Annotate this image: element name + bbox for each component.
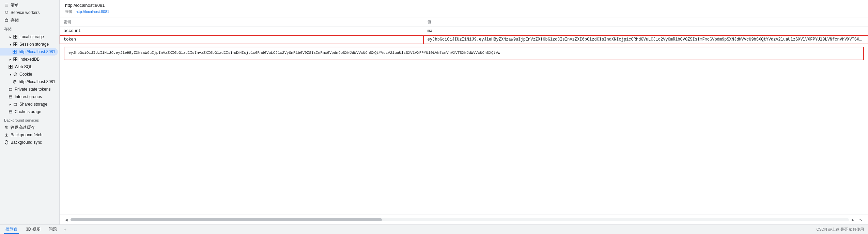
svg-rect-16 xyxy=(16,45,17,46)
grid-icon-session xyxy=(13,42,18,47)
svg-rect-22 xyxy=(16,58,17,59)
svg-rect-18 xyxy=(15,50,17,52)
sidebar-item-label: Interest groups xyxy=(15,94,42,99)
scrollbar-thumb xyxy=(71,218,382,221)
tab-3d-view[interactable]: 3D 视图 xyxy=(25,225,42,234)
svg-rect-21 xyxy=(14,58,15,59)
cache-icon xyxy=(8,109,13,114)
sidebar-item-label: Shared storage xyxy=(19,102,47,107)
sidebar-item-label: IndexedDB xyxy=(19,57,40,62)
content-source: 来源 http://localhost:8081 xyxy=(65,9,863,14)
sidebar-item-label: Web SQL xyxy=(15,64,32,69)
svg-rect-13 xyxy=(14,43,15,44)
sidebar-item-label: Session storage xyxy=(19,42,49,47)
svg-rect-41 xyxy=(9,111,12,113)
svg-rect-27 xyxy=(9,67,11,69)
svg-rect-39 xyxy=(14,103,17,106)
sidebar-item-background-fetch[interactable]: Background fetch xyxy=(0,131,58,139)
svg-rect-28 xyxy=(11,67,13,69)
tree-arrow-indexeddb[interactable] xyxy=(8,57,12,61)
key-cell: account xyxy=(60,27,423,35)
source-url-link[interactable]: http://localhost:8081 xyxy=(76,10,109,14)
table-header-row: 密钥 值 xyxy=(60,17,868,27)
tab-issues[interactable]: 问题 xyxy=(47,225,58,234)
sidebar-item-label: Private state tokens xyxy=(15,87,50,92)
scroll-right-button[interactable]: ▶ xyxy=(850,217,856,222)
sidebar-item-background-sync[interactable]: Background sync xyxy=(0,139,58,146)
expand-icon[interactable]: ⤡ xyxy=(857,216,864,223)
bottom-bar: 控制台 3D 视图 问题 + CSDN @上述 是否 如何使用 xyxy=(0,224,868,234)
sidebar-item-label: Local storage xyxy=(19,34,44,39)
interest-icon xyxy=(8,94,13,99)
svg-rect-15 xyxy=(14,45,15,46)
sidebar-item-label: 清单 xyxy=(11,2,19,8)
table-row[interactable]: token eyJhbGciOiJIUzI1NiJ9.eyJleHByZXNza… xyxy=(60,35,868,44)
sidebar-item-cache-storage[interactable]: Cache storage xyxy=(0,108,58,115)
content-area: http://localhost:8081 来源 http://localhos… xyxy=(60,0,868,224)
source-label: 来源 xyxy=(65,10,73,14)
sidebar-item-service-workers[interactable]: Service workers xyxy=(0,9,58,16)
bottom-right-text: CSDN @上述 是否 如何使用 xyxy=(816,227,864,232)
sidebar-item-session-host[interactable]: http://localhost:8081 xyxy=(0,48,58,56)
scroll-left-button[interactable]: ◀ xyxy=(64,217,69,222)
cookie-icon xyxy=(13,72,18,77)
svg-rect-23 xyxy=(14,60,15,61)
sidebar-item-indexeddb[interactable]: IndexedDB xyxy=(0,56,58,63)
content-header: http://localhost:8081 来源 http://localhos… xyxy=(60,0,868,17)
sidebar-item-cookie-host[interactable]: http://localhost:8081 xyxy=(0,78,58,85)
svg-rect-25 xyxy=(9,65,11,67)
svg-rect-20 xyxy=(15,52,17,54)
grid-icon-indexed xyxy=(13,57,18,62)
tree-arrow-cookie[interactable] xyxy=(8,72,12,76)
sidebar-item-interest-groups[interactable]: Interest groups xyxy=(0,93,58,100)
sidebar-item-label: Cache storage xyxy=(15,109,41,114)
svg-rect-10 xyxy=(16,35,17,37)
tree-arrow-session-storage[interactable] xyxy=(8,42,12,46)
sidebar-item-websql[interactable]: Web SQL xyxy=(0,63,58,71)
add-tab-button[interactable]: + xyxy=(64,227,66,232)
storage-section-label: 存储 xyxy=(0,24,59,33)
sidebar-item-shared-storage[interactable]: Shared storage xyxy=(0,100,58,108)
col-value-header: 值 xyxy=(423,17,868,27)
sidebar-item-session-storage[interactable]: Session storage xyxy=(0,41,58,48)
sidebar-item-label: Service workers xyxy=(11,10,40,15)
table-row[interactable]: account ma xyxy=(60,27,868,35)
svg-rect-35 xyxy=(9,88,12,91)
tab-console[interactable]: 控制台 xyxy=(4,225,19,234)
content-body: 密钥 值 account ma token eyJhbGciOiJIUzI1Ni… xyxy=(60,17,868,215)
token-detail-box: eyJhbGciOiJIUzI1NiJ9.eyJleHByZXNzaW9uIjp… xyxy=(64,47,864,60)
sidebar-item-cunchu[interactable]: 存储 xyxy=(0,16,58,24)
sidebar-item-private-state[interactable]: Private state tokens xyxy=(0,85,58,93)
svg-point-3 xyxy=(6,12,7,13)
tree-arrow-local-storage[interactable] xyxy=(8,35,12,39)
scrollbar-track[interactable] xyxy=(71,218,849,221)
sidebar-item-back-forward-cache[interactable]: 往返高速缓存 xyxy=(0,124,58,131)
svg-rect-37 xyxy=(9,96,12,98)
svg-rect-26 xyxy=(11,65,13,67)
sidebar-item-label: 往返高速缓存 xyxy=(11,125,35,130)
svg-rect-12 xyxy=(16,37,17,39)
svg-rect-24 xyxy=(16,60,17,61)
sidebar-item-local-storage[interactable]: Local storage xyxy=(0,33,58,41)
sidebar-item-qingdan[interactable]: 清单 xyxy=(0,1,58,9)
background-services-label: Background services xyxy=(0,115,59,124)
svg-point-31 xyxy=(16,74,16,75)
svg-point-32 xyxy=(15,75,15,75)
svg-rect-17 xyxy=(13,50,15,52)
svg-rect-14 xyxy=(16,43,17,44)
grid-icon-websql xyxy=(8,64,13,69)
tree-arrow-shared[interactable] xyxy=(8,102,12,106)
storage-table: 密钥 值 account ma token eyJhbGciOiJIUzI1Ni… xyxy=(60,17,868,44)
download-icon xyxy=(4,132,9,137)
globe-icon xyxy=(12,79,17,84)
svg-point-30 xyxy=(15,73,15,74)
sidebar-item-label: 存储 xyxy=(11,17,19,23)
value-cell: ma xyxy=(423,27,868,35)
sidebar-item-label: Background sync xyxy=(11,140,42,145)
box2-icon xyxy=(8,87,13,92)
scrollbar-row: ◀ ▶ ⤡ xyxy=(60,215,868,224)
grid-icon-host xyxy=(12,49,17,54)
sidebar-item-label: Background fetch xyxy=(11,132,42,137)
shared-icon xyxy=(13,102,18,107)
sidebar-item-cookie[interactable]: Cookie xyxy=(0,71,58,78)
